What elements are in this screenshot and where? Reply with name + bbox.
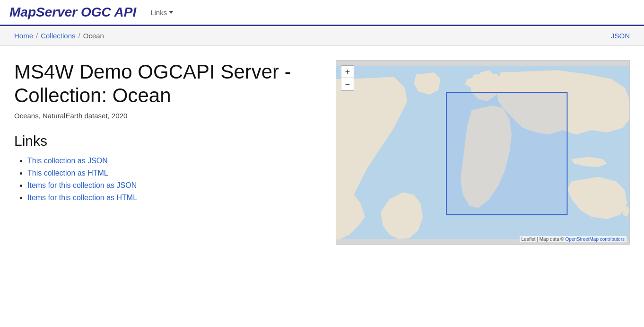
breadcrumb-current: Ocean	[83, 32, 104, 40]
list-item: Items for this collection as HTML	[27, 194, 317, 202]
zoom-out-button[interactable]: −	[341, 78, 354, 90]
breadcrumb-sep-1: /	[36, 32, 38, 40]
breadcrumb-sep-2: /	[78, 32, 80, 40]
link-html-collection[interactable]: This collection as HTML	[27, 169, 108, 177]
link-html-items[interactable]: Items for this collection as HTML	[27, 194, 137, 202]
zoom-in-button[interactable]: +	[341, 66, 354, 78]
json-link[interactable]: JSON	[611, 32, 630, 40]
breadcrumb-collections[interactable]: Collections	[41, 32, 75, 40]
leaflet-attr: Leaflet	[522, 237, 536, 242]
link-json-items[interactable]: Items for this collection as JSON	[27, 181, 137, 189]
main-content: MS4W Demo OGCAPI Server - Collection: Oc…	[0, 46, 644, 259]
osm-attr-link[interactable]: OpenStreetMap contributors	[565, 237, 625, 242]
breadcrumb-home[interactable]: Home	[14, 32, 33, 40]
map-zoom-controls: + −	[341, 65, 354, 91]
breadcrumb: Home / Collections / Ocean	[14, 32, 104, 40]
map-container[interactable]: + −	[336, 60, 630, 245]
svg-rect-1	[446, 92, 567, 214]
map-attribution: Leaflet | Map data © OpenStreetMap contr…	[520, 236, 627, 242]
chevron-down-icon	[169, 11, 174, 14]
world-map-svg	[336, 61, 629, 244]
map-display	[336, 61, 629, 244]
link-json-collection[interactable]: This collection as JSON	[27, 157, 108, 165]
links-dropdown-label: Links	[150, 9, 167, 17]
list-item: Items for this collection as JSON	[27, 181, 317, 190]
list-item: This collection as JSON	[27, 157, 317, 165]
links-dropdown-button[interactable]: Links	[150, 9, 174, 17]
links-list: This collection as JSON This collection …	[14, 157, 317, 202]
content-left: MS4W Demo OGCAPI Server - Collection: Oc…	[14, 60, 317, 245]
app-title: MapServer OGC API	[9, 5, 136, 20]
pipe-attr: | Map data ©	[537, 237, 565, 242]
links-heading: Links	[14, 133, 317, 149]
page-title: MS4W Demo OGCAPI Server - Collection: Oc…	[14, 60, 317, 108]
header: MapServer OGC API Links	[0, 0, 644, 26]
page-subtitle: Oceans, NaturalEarth dataset, 2020	[14, 112, 317, 120]
breadcrumb-bar: Home / Collections / Ocean JSON	[0, 26, 644, 46]
list-item: This collection as HTML	[27, 169, 317, 177]
